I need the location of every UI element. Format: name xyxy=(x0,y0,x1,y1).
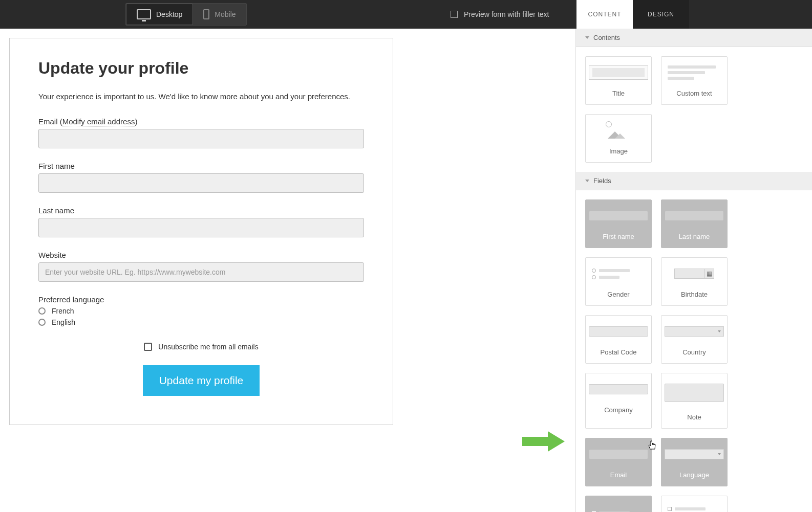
tile-email[interactable]: Email xyxy=(585,438,652,486)
last-name-group: Last name xyxy=(38,206,364,237)
desktop-button[interactable]: Desktop xyxy=(126,4,193,25)
caret-icon xyxy=(585,180,589,182)
tile-title[interactable]: Title xyxy=(585,56,652,105)
website-group: Website xyxy=(38,251,364,282)
unsubscribe-label: Unsubscribe me from all emails xyxy=(158,343,258,351)
form-subtitle: Your experience is important to us. We'd… xyxy=(38,92,364,101)
form-title: Update your profile xyxy=(38,59,364,78)
unsubscribe-row[interactable]: Unsubscribe me from all emails xyxy=(38,343,364,351)
device-switcher: Desktop Mobile xyxy=(125,3,247,26)
mobile-label: Mobile xyxy=(215,10,236,18)
form-card[interactable]: Update your profile Your experience is i… xyxy=(9,38,393,425)
tile-postal-code[interactable]: Postal Code xyxy=(585,315,652,364)
radio-french-label: French xyxy=(52,307,74,315)
tile-country[interactable]: Country xyxy=(661,315,728,364)
tile-custom-text[interactable]: Custom text xyxy=(661,56,728,105)
preview-checkbox-icon xyxy=(451,11,458,18)
tile-company[interactable]: Company xyxy=(585,373,652,429)
tile-image[interactable]: Image xyxy=(585,114,652,163)
radio-english-label: English xyxy=(52,318,75,326)
first-name-label: First name xyxy=(38,162,364,170)
modify-email-link[interactable]: Modify email address xyxy=(62,117,135,126)
desktop-icon xyxy=(137,9,151,19)
preview-toggle[interactable]: Preview form with filler text xyxy=(451,10,549,18)
topbar: Desktop Mobile Preview form with filler … xyxy=(0,0,812,29)
radio-french[interactable]: French xyxy=(38,307,364,315)
tile-consent[interactable]: Consent / Unsubscribe xyxy=(585,496,652,512)
website-field[interactable] xyxy=(38,262,364,282)
contents-header[interactable]: Contents xyxy=(576,29,812,47)
desktop-label: Desktop xyxy=(156,10,182,18)
last-name-field[interactable] xyxy=(38,218,364,237)
radio-icon xyxy=(38,307,46,315)
tile-note[interactable]: Note xyxy=(661,373,728,429)
arrow-annotation-icon xyxy=(520,429,566,454)
tile-group[interactable]: Group xyxy=(661,496,728,512)
tile-gender[interactable]: Gender xyxy=(585,257,652,306)
tab-design[interactable]: DESIGN xyxy=(633,0,689,29)
preview-label-text: Preview form with filler text xyxy=(464,10,549,18)
tile-birthdate[interactable]: ▦Birthdate xyxy=(661,257,728,306)
tile-last-name[interactable]: Last name xyxy=(661,199,728,248)
website-label: Website xyxy=(38,251,364,259)
preferred-language-label: Preferred language xyxy=(38,295,364,304)
tab-content[interactable]: CONTENT xyxy=(576,0,633,29)
email-group: Email (Modify email address) xyxy=(38,117,364,148)
last-name-label: Last name xyxy=(38,206,364,215)
email-field[interactable] xyxy=(38,129,364,148)
caret-icon xyxy=(585,36,589,39)
preferred-language-group: Preferred language French English xyxy=(38,295,364,326)
tile-first-name[interactable]: First name xyxy=(585,199,652,248)
mobile-icon xyxy=(203,9,209,19)
radio-icon xyxy=(38,319,46,326)
submit-button[interactable]: Update my profile xyxy=(143,365,260,396)
checkbox-icon xyxy=(144,343,152,351)
radio-english[interactable]: English xyxy=(38,318,364,326)
mobile-button[interactable]: Mobile xyxy=(193,4,246,25)
email-label: Email (Modify email address) xyxy=(38,117,364,126)
cursor-hand-icon xyxy=(648,440,657,453)
right-panel: Contents Title Custom text Image xyxy=(575,29,812,512)
panel-tabs: CONTENT DESIGN xyxy=(576,0,689,29)
first-name-group: First name xyxy=(38,162,364,193)
form-canvas: Update your profile Your experience is i… xyxy=(0,29,575,512)
first-name-field[interactable] xyxy=(38,173,364,193)
tile-language[interactable]: Language xyxy=(661,438,728,486)
fields-header[interactable]: Fields xyxy=(576,172,812,190)
